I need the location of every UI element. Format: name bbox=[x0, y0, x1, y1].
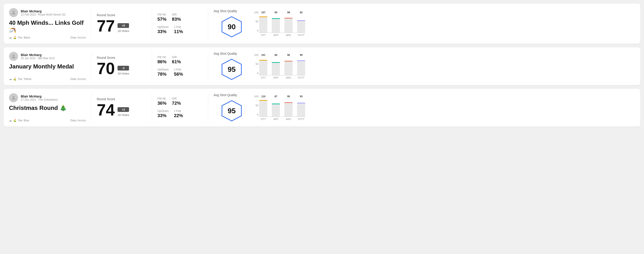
bar-value: 86 bbox=[274, 54, 277, 56]
tee-info: ☁ ⛳ Tee: Yellow bbox=[9, 77, 31, 81]
tee-info: ☁ ⛳ Tee: Blue bbox=[9, 119, 29, 122]
bar-accent-line bbox=[259, 100, 267, 101]
stat-oneputt: 1 Putt 22% bbox=[174, 110, 183, 118]
user-icon bbox=[11, 10, 16, 15]
chart-x-label: OTT bbox=[259, 34, 267, 36]
bar-value: 99 bbox=[300, 54, 302, 56]
y-label-100: 100 bbox=[254, 95, 258, 98]
stat-fw-hit-label: FW Hit bbox=[158, 56, 166, 59]
bar-value: 82 bbox=[300, 11, 302, 14]
golf-cart-icon: ⛳ bbox=[13, 36, 16, 39]
user-name: Blair McHarg bbox=[21, 53, 55, 57]
bar bbox=[272, 62, 280, 75]
stat-oneputt-value: 22% bbox=[174, 113, 183, 118]
y-axis: 100 50 0 bbox=[254, 95, 258, 121]
svg-point-4 bbox=[13, 96, 14, 98]
hexagon-container: 90 bbox=[220, 15, 243, 38]
section-divider bbox=[152, 93, 152, 122]
section-divider bbox=[208, 93, 208, 122]
bar-accent-line bbox=[297, 60, 305, 61]
avatar bbox=[9, 52, 18, 61]
stat-gir-label: GIR bbox=[172, 13, 181, 16]
bar-accent-line bbox=[272, 104, 280, 104]
stat-fw-hit: FW Hit 36% bbox=[158, 97, 166, 106]
svg-point-2 bbox=[13, 54, 14, 56]
round-left-section: Blair McHarg 29 Jan 2022 · Mill Ride GCC… bbox=[9, 52, 86, 81]
bar-value: 87 bbox=[274, 95, 277, 98]
data-source: Data: Arccos bbox=[70, 119, 86, 122]
stats-row-top: FW Hit 57% GIR 83% bbox=[158, 13, 202, 22]
stat-gir: GIR 83% bbox=[172, 13, 181, 22]
quality-section: Avg Shot Quality 95 bbox=[214, 93, 250, 122]
stat-gir-value: 72% bbox=[172, 101, 181, 106]
data-source: Data: Arccos bbox=[70, 77, 86, 81]
stat-gir-value: 83% bbox=[172, 17, 181, 22]
bar bbox=[259, 16, 267, 32]
stat-oneputt-value: 11% bbox=[174, 29, 183, 34]
stats-row-bottom: Up/Down 33% 1 Putt 22% bbox=[158, 110, 202, 118]
stat-fw-hit: FW Hit 57% bbox=[158, 13, 166, 22]
score-label: Round Score bbox=[97, 56, 146, 59]
x-labels-row: OTTAPPARGPUTT bbox=[259, 118, 305, 121]
stat-updown-value: 33% bbox=[158, 29, 168, 34]
user-icon bbox=[11, 95, 16, 101]
tee-label: Tee: Blue bbox=[18, 119, 29, 122]
bar bbox=[259, 60, 267, 75]
stat-fw-hit-value: 57% bbox=[158, 17, 166, 22]
score-number: 70 bbox=[97, 60, 115, 77]
score-row: 77 +5 18 Holes bbox=[97, 18, 146, 34]
bar-accent-line bbox=[284, 18, 292, 18]
chart-x-label: PUTT bbox=[297, 76, 305, 79]
bar-value: 110 bbox=[261, 95, 265, 98]
user-meta: 27 Dec 2021 · The Oxfordshire bbox=[21, 98, 58, 101]
quality-label: Avg Shot Quality bbox=[214, 52, 237, 55]
y-label-100: 100 bbox=[254, 11, 258, 14]
chart-bar-group: 93 bbox=[297, 95, 305, 117]
score-holes: 18 Holes bbox=[118, 29, 129, 33]
user-meta: 12 Feb 2022 · Royal North Devon GC bbox=[21, 13, 66, 16]
cloud-icon: ☁ bbox=[9, 119, 12, 122]
stat-gir-value: 61% bbox=[172, 59, 181, 64]
y-axis: 100 50 0 bbox=[254, 11, 258, 36]
bar-accent-line bbox=[297, 103, 305, 103]
round-left-section: Blair McHarg 12 Feb 2022 · Royal North D… bbox=[9, 8, 86, 39]
golf-cart-icon: ⛳ bbox=[13, 119, 16, 122]
chart-inner: 107 95 98 bbox=[259, 11, 305, 36]
score-section: Round Score 70 -2 18 Holes bbox=[97, 52, 146, 81]
score-label: Round Score bbox=[97, 97, 146, 101]
score-right: +5 18 Holes bbox=[118, 23, 129, 34]
chart-x-label: OTT bbox=[259, 118, 267, 121]
footer-info: ☁ ⛳ Tee: Yellow Data: Arccos bbox=[9, 77, 86, 81]
hexagon-score: 90 bbox=[228, 23, 236, 31]
hexagon-score: 95 bbox=[228, 65, 236, 74]
user-info: Blair McHarg 12 Feb 2022 · Royal North D… bbox=[21, 9, 66, 16]
round-left-section: Blair McHarg 27 Dec 2021 · The Oxfordshi… bbox=[9, 93, 86, 122]
round-title: Christmas Round 🎄 bbox=[9, 105, 86, 112]
bar bbox=[284, 18, 292, 32]
user-info: Blair McHarg 27 Dec 2021 · The Oxfordshi… bbox=[21, 94, 58, 101]
chart-bar-group: 87 bbox=[272, 95, 280, 117]
stats-row-top: FW Hit 86% GIR 61% bbox=[158, 56, 202, 64]
chart-bar-group: 101 bbox=[259, 54, 267, 75]
chart-bar-group: 95 bbox=[284, 95, 292, 117]
hexagon-score: 95 bbox=[228, 107, 236, 115]
bar-chart: 100 50 0 107 95 bbox=[254, 11, 635, 36]
quality-section: Avg Shot Quality 95 bbox=[214, 52, 250, 81]
bar bbox=[272, 18, 280, 32]
chart-bar-group: 95 bbox=[272, 11, 280, 33]
chart-x-label: APP bbox=[272, 34, 280, 36]
chart-bar-group: 82 bbox=[297, 11, 305, 33]
chart-section: 100 50 0 101 86 bbox=[250, 52, 635, 81]
y-label-50: 50 bbox=[254, 20, 258, 23]
bar-accent-line bbox=[259, 60, 267, 61]
user-name: Blair McHarg bbox=[21, 94, 58, 98]
stats-section: FW Hit 57% GIR 83% Up/Down 33% 1 Putt bbox=[158, 8, 202, 39]
y-axis: 100 50 0 bbox=[254, 54, 258, 79]
bar bbox=[259, 100, 267, 117]
stats-row-bottom: Up/Down 33% 1 Putt 11% bbox=[158, 25, 202, 34]
hexagon-container: 95 bbox=[220, 58, 243, 81]
score-holes: 18 Holes bbox=[118, 72, 129, 75]
round-title: 40 Mph Winds... Links Golf 🪃 bbox=[9, 19, 86, 33]
chart-inner: 101 86 96 bbox=[259, 54, 305, 79]
user-icon bbox=[11, 54, 16, 59]
